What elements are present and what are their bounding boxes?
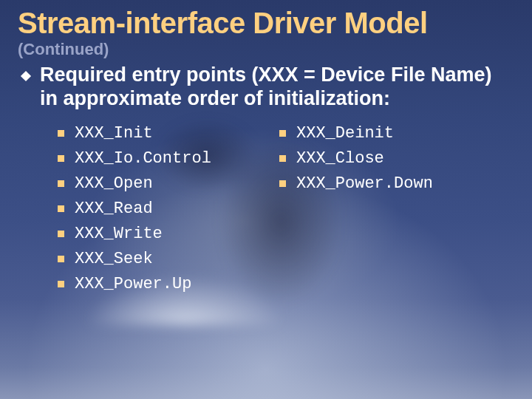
entry-point-label: XXX_Close bbox=[296, 149, 384, 168]
square-bullet-icon bbox=[58, 231, 64, 237]
slide: Stream-interface Driver Model (Continued… bbox=[0, 0, 532, 399]
square-bullet-icon bbox=[58, 205, 64, 212]
slide-title: Stream-interface Driver Model bbox=[18, 7, 514, 38]
entry-point-label: XXX_Seek bbox=[75, 250, 153, 268]
entry-point-label: XXX_Write bbox=[75, 225, 163, 243]
list-item: XXX_Close bbox=[279, 149, 501, 168]
square-bullet-icon bbox=[58, 180, 64, 187]
square-bullet-icon bbox=[58, 130, 64, 137]
diamond-bullet-icon bbox=[21, 71, 31, 81]
list-item: XXX_Read bbox=[58, 200, 279, 218]
entry-point-label: XXX_Init bbox=[75, 124, 153, 143]
entry-point-label: XXX_Io.Control bbox=[75, 149, 211, 168]
entry-point-label: XXX_Power.Up bbox=[75, 275, 191, 293]
square-bullet-icon bbox=[279, 155, 286, 162]
list-item: XXX_Power.Up bbox=[58, 275, 279, 293]
lead-text: Required entry points (XXX = Device File… bbox=[40, 64, 514, 111]
entry-point-label: XXX_Deinit bbox=[296, 124, 394, 143]
column-left: XXX_Init XXX_Io.Control XXX_Open XXX_Rea… bbox=[58, 124, 279, 293]
list-item: XXX_Init bbox=[58, 124, 279, 143]
lead-row: Required entry points (XXX = Device File… bbox=[22, 64, 514, 111]
entry-point-label: XXX_Read bbox=[75, 200, 153, 218]
list-item: XXX_Seek bbox=[58, 250, 279, 268]
square-bullet-icon bbox=[279, 180, 286, 187]
square-bullet-icon bbox=[58, 281, 64, 287]
list-item: XXX_Power.Down bbox=[279, 174, 501, 193]
entry-point-label: XXX_Power.Down bbox=[296, 174, 433, 193]
slide-content: Stream-interface Driver Model (Continued… bbox=[18, 7, 514, 293]
column-right: XXX_Deinit XXX_Close XXX_Power.Down bbox=[279, 124, 501, 293]
square-bullet-icon bbox=[279, 130, 286, 137]
list-item: XXX_Io.Control bbox=[58, 149, 279, 168]
entry-point-columns: XXX_Init XXX_Io.Control XXX_Open XXX_Rea… bbox=[58, 124, 514, 293]
list-item: XXX_Write bbox=[58, 225, 279, 243]
list-item: XXX_Open bbox=[58, 174, 279, 193]
square-bullet-icon bbox=[58, 256, 64, 262]
entry-point-label: XXX_Open bbox=[75, 174, 153, 193]
list-item: XXX_Deinit bbox=[279, 124, 501, 143]
slide-subtitle: (Continued) bbox=[18, 40, 514, 59]
square-bullet-icon bbox=[58, 155, 64, 162]
